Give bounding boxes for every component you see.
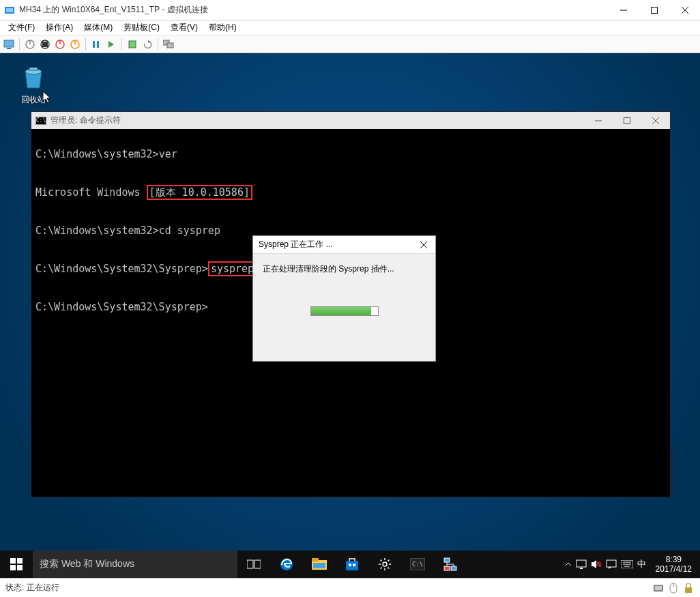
tray-time: 8:39: [656, 555, 692, 564]
minimize-button[interactable]: [608, 0, 639, 20]
sysprep-title: Sysprep 正在工作 ...: [259, 239, 418, 250]
revert-button[interactable]: [141, 38, 154, 50]
system-tray: 中 8:39 2017/4/12: [562, 551, 700, 578]
vm-status-text: 状态: 正在运行: [5, 582, 59, 594]
svg-rect-55: [444, 558, 450, 562]
edge-icon[interactable]: [270, 557, 303, 572]
menu-file[interactable]: 文件(F): [3, 20, 40, 35]
menu-help[interactable]: 帮助(H): [203, 20, 242, 35]
cmd-icon: C:\: [35, 117, 46, 125]
svg-rect-77: [685, 587, 692, 593]
svg-line-49: [381, 560, 382, 562]
cmd-prompt: C:\Windows\system32>: [35, 148, 159, 160]
svg-rect-67: [607, 560, 616, 567]
svg-rect-43: [353, 564, 355, 566]
version-highlight: [版本 10.0.10586]: [147, 185, 252, 200]
status-nic-icon[interactable]: [652, 582, 665, 594]
cmd-text: cd sysprep: [159, 224, 220, 237]
search-placeholder: 搜索 Web 和 Windows: [40, 558, 134, 570]
vm-window-titlebar: MH34 上的 Win10X64_Ent_V1511_TP - 虚拟机连接: [0, 0, 700, 20]
start-button[interactable]: [0, 551, 33, 578]
task-view-button[interactable]: [237, 559, 270, 570]
svg-rect-22: [167, 43, 173, 48]
svg-rect-6: [4, 40, 14, 47]
svg-marker-64: [592, 560, 596, 568]
cmd-prompt: C:\Windows\System32\Sysprep>: [35, 301, 208, 313]
svg-rect-1: [6, 8, 13, 12]
cmd-prompt: C:\Windows\system32>: [35, 224, 159, 237]
status-lock-icon[interactable]: [682, 582, 695, 594]
tray-chevron-up-icon[interactable]: [565, 561, 572, 568]
cmd-text: Microsoft Windows: [35, 186, 147, 199]
svg-line-51: [381, 568, 382, 569]
menu-view[interactable]: 查看(V): [165, 20, 203, 35]
sysprep-close-button[interactable]: [418, 242, 430, 248]
sysprep-titlebar[interactable]: Sysprep 正在工作 ...: [253, 236, 435, 254]
sysprep-message: 正在处理清理阶段的 Sysprep 插件...: [263, 263, 426, 275]
tray-keyboard-icon[interactable]: [621, 560, 633, 568]
network-taskbar-icon[interactable]: [434, 557, 467, 571]
reset-vm-button[interactable]: [105, 38, 117, 50]
svg-rect-26: [624, 117, 630, 123]
status-mouse-icon[interactable]: [667, 582, 680, 594]
svg-rect-24: [29, 68, 38, 70]
svg-rect-33: [10, 565, 16, 570]
vm-app-icon: [4, 5, 15, 16]
cmd-title: 管理员: 命令提示符: [50, 115, 584, 126]
explorer-icon[interactable]: [303, 558, 336, 570]
shutdown-vm-button[interactable]: [54, 38, 66, 50]
svg-rect-62: [577, 560, 586, 567]
start-vm-button[interactable]: [24, 38, 36, 50]
svg-rect-16: [93, 41, 95, 48]
svg-rect-41: [346, 561, 358, 570]
cmd-minimize-button[interactable]: [584, 112, 613, 129]
menu-media[interactable]: 媒体(M): [78, 20, 118, 35]
svg-rect-17: [97, 41, 99, 48]
svg-rect-74: [655, 586, 662, 590]
svg-marker-18: [108, 41, 114, 48]
vm-window-title: MH34 上的 Win10X64_Ent_V1511_TP - 虚拟机连接: [19, 4, 608, 16]
tray-clock[interactable]: 8:39 2017/4/12: [650, 555, 697, 574]
svg-rect-7: [7, 48, 11, 49]
settings-icon[interactable]: [368, 557, 401, 571]
tray-network-icon[interactable]: [576, 559, 587, 569]
svg-rect-19: [129, 41, 136, 48]
svg-rect-11: [42, 42, 48, 47]
svg-rect-3: [651, 7, 657, 13]
svg-rect-39: [312, 558, 319, 562]
vm-statusbar: 状态: 正在运行: [0, 578, 700, 597]
svg-rect-32: [17, 558, 23, 564]
maximize-button[interactable]: [639, 0, 669, 20]
svg-rect-56: [451, 566, 456, 570]
pause-vm-button[interactable]: [90, 38, 102, 50]
enhanced-session-button[interactable]: [162, 38, 175, 50]
menu-clipboard[interactable]: 剪贴板(C): [118, 20, 165, 35]
svg-rect-35: [247, 560, 253, 568]
svg-line-52: [388, 560, 390, 562]
tray-date: 2017/4/12: [656, 564, 692, 574]
cmd-maximize-button[interactable]: [613, 112, 641, 129]
svg-line-50: [388, 568, 390, 569]
svg-point-44: [383, 562, 387, 566]
guest-desktop: 回收站 C:\ 管理员: 命令提示符 C:\Windows\system32>v…: [0, 53, 700, 578]
sysprep-progressbar: [310, 306, 379, 316]
save-vm-button[interactable]: [69, 38, 81, 50]
checkpoint-button[interactable]: [126, 38, 138, 50]
taskbar-search[interactable]: 搜索 Web 和 Windows: [33, 551, 237, 578]
close-button[interactable]: [669, 0, 700, 20]
svg-rect-63: [580, 568, 583, 569]
ctrl-alt-del-button[interactable]: [3, 38, 15, 50]
cmd-titlebar[interactable]: C:\ 管理员: 命令提示符: [31, 112, 670, 129]
cmd-close-button[interactable]: [641, 112, 670, 129]
store-icon[interactable]: [336, 557, 368, 571]
tray-ime-indicator[interactable]: 中: [637, 558, 646, 570]
svg-rect-57: [444, 566, 450, 570]
cmd-taskbar-icon[interactable]: C:\: [401, 558, 434, 570]
tray-action-center-icon[interactable]: [606, 559, 617, 569]
svg-rect-36: [254, 560, 261, 568]
svg-rect-31: [10, 558, 16, 564]
tray-volume-icon[interactable]: [591, 559, 602, 569]
menu-action[interactable]: 操作(A): [40, 20, 78, 35]
turnoff-vm-button[interactable]: [39, 38, 51, 50]
svg-rect-34: [17, 565, 23, 570]
